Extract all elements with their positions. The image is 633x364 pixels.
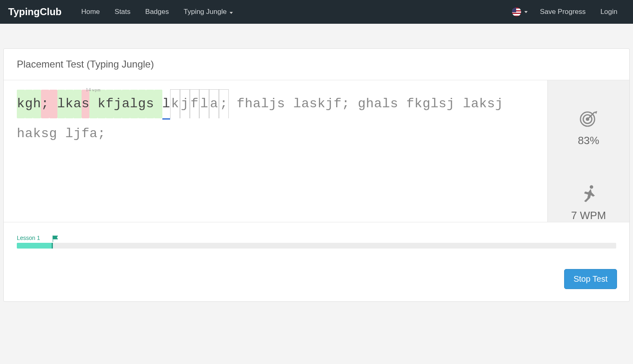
speed-stat: 7 WPM xyxy=(571,184,606,222)
char: s xyxy=(310,90,318,118)
char: g xyxy=(422,90,430,118)
char: l xyxy=(430,90,439,118)
char: g xyxy=(25,90,33,118)
char: a xyxy=(301,90,310,118)
char: j xyxy=(180,89,190,118)
char xyxy=(455,90,463,118)
char: ; xyxy=(41,90,49,118)
char: k xyxy=(414,90,423,118)
char: l xyxy=(463,90,471,118)
nav-typing-jungle-label: Typing Jungle xyxy=(184,8,227,16)
inline-wpm-value: 14 xyxy=(86,87,91,93)
language-selector[interactable] xyxy=(507,4,533,20)
nav-typing-jungle[interactable]: Typing Jungle xyxy=(176,0,240,23)
char: f xyxy=(334,90,342,118)
char xyxy=(229,90,237,118)
char: j xyxy=(326,90,334,118)
char: g xyxy=(138,90,146,118)
placement-test-card: Placement Test (Typing Jungle) 14wpm kgh… xyxy=(3,48,630,302)
inline-wpm-label: 14wpm xyxy=(86,84,101,95)
nav-stats[interactable]: Stats xyxy=(107,0,138,23)
us-flag-icon xyxy=(512,7,521,16)
char: ; xyxy=(342,90,350,118)
char: s xyxy=(487,90,495,118)
progress-label: Lesson 1 xyxy=(17,235,40,241)
chevron-down-icon xyxy=(230,12,233,14)
card-title: Placement Test (Typing Jungle) xyxy=(4,49,629,80)
char: s xyxy=(390,90,398,118)
char: k xyxy=(65,90,73,118)
progress-bar xyxy=(17,243,616,249)
char: h xyxy=(33,90,41,118)
inline-wpm-unit: wpm xyxy=(92,88,101,92)
char: h xyxy=(366,90,374,118)
char: l xyxy=(261,90,269,118)
button-row: Stop Test xyxy=(4,257,629,301)
char: l xyxy=(382,90,390,118)
speed-value: 7 WPM xyxy=(571,209,606,222)
accuracy-stat: 83% xyxy=(578,109,599,147)
svg-marker-4 xyxy=(595,111,597,114)
char: j xyxy=(269,90,277,118)
char xyxy=(398,90,406,118)
nav-links: Home Stats Badges Typing Jungle xyxy=(74,0,507,23)
accuracy-value: 83% xyxy=(578,134,599,147)
login-link[interactable]: Login xyxy=(593,0,625,23)
char: j xyxy=(447,90,455,118)
char xyxy=(285,90,294,118)
char: g xyxy=(358,90,366,118)
nav-home[interactable]: Home xyxy=(74,0,107,23)
target-icon xyxy=(579,109,598,129)
svg-point-5 xyxy=(590,185,593,189)
char: s xyxy=(277,90,285,118)
char: k xyxy=(317,90,326,118)
char: f xyxy=(190,89,200,118)
char xyxy=(49,90,57,118)
flag-icon xyxy=(52,235,59,244)
char: k xyxy=(479,90,487,118)
char: s xyxy=(146,90,154,118)
char: a xyxy=(209,89,219,118)
brand-logo[interactable]: TypingClub xyxy=(8,6,61,18)
char: l xyxy=(162,90,171,120)
nav-right: Save Progress Login xyxy=(507,0,625,23)
char: h xyxy=(245,90,253,118)
navbar: TypingClub Home Stats Badges Typing Jung… xyxy=(0,0,633,24)
char: f xyxy=(237,90,245,118)
char: a xyxy=(122,90,130,118)
char: l xyxy=(130,90,138,118)
typing-text-panel[interactable]: 14wpm kgh; lkas kfjalgs lkjfla; fhaljs l… xyxy=(4,80,547,222)
char: s xyxy=(439,90,447,118)
stop-test-button[interactable]: Stop Test xyxy=(564,269,617,289)
nav-badges[interactable]: Badges xyxy=(138,0,176,23)
char: a xyxy=(471,90,479,118)
char: a xyxy=(374,90,382,118)
stats-panel: 83% 7 WPM xyxy=(547,80,629,222)
char: ; xyxy=(219,89,229,118)
char: a xyxy=(253,90,261,118)
typing-line-2: haksg ljfa; xyxy=(17,120,534,148)
char: f xyxy=(106,90,114,118)
char: j xyxy=(495,90,503,118)
char: f xyxy=(406,90,414,118)
typing-area: 14wpm kgh; lkas kfjalgs lkjfla; fhaljs l… xyxy=(4,80,629,222)
progress-section: Lesson 1 xyxy=(4,222,629,257)
char xyxy=(154,90,162,118)
progress-bar-fill xyxy=(17,243,53,249)
save-progress-link[interactable]: Save Progress xyxy=(533,0,593,23)
char: a xyxy=(73,90,82,118)
runner-icon xyxy=(579,184,598,204)
progress-wrap: Lesson 1 xyxy=(17,243,616,249)
char: j xyxy=(114,90,122,118)
char: l xyxy=(293,90,301,118)
chevron-down-icon xyxy=(524,11,528,13)
char xyxy=(350,90,358,118)
char: l xyxy=(199,89,209,118)
char: k xyxy=(170,89,180,118)
char: k xyxy=(17,90,25,118)
char: l xyxy=(57,90,66,118)
